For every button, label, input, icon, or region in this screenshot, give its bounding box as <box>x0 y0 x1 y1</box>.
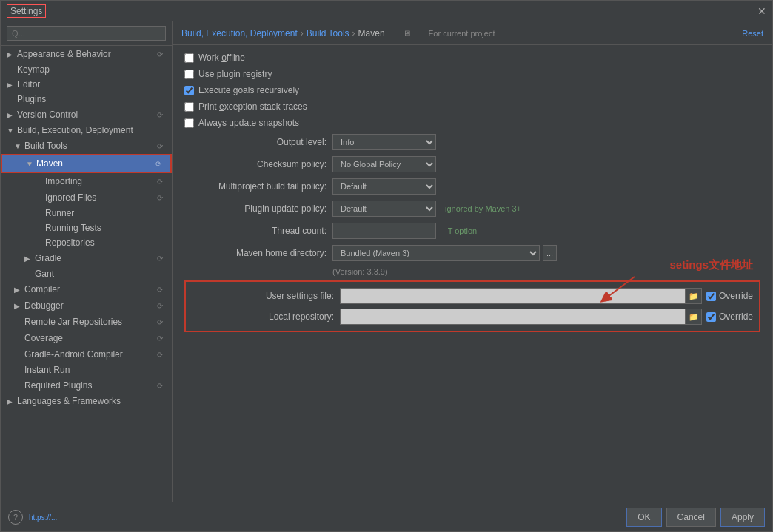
maven-home-row: Maven home directory: Bundled (Maven 3) … <box>184 245 760 261</box>
sidebar-item-compiler[interactable]: ▶ Compiler ⟳ <box>1 281 172 297</box>
settings-content-wrap: Work offline Use plugin registry Execute… <box>173 45 772 502</box>
sidebar-item-keymap[interactable]: Keymap <box>1 62 172 77</box>
ok-button[interactable]: OK <box>626 508 661 527</box>
sidebar-item-build-tools[interactable]: ▼ Build Tools ⟳ <box>1 138 172 154</box>
thread-count-input[interactable] <box>332 223 436 239</box>
sidebar-item-gradle-android[interactable]: Gradle-Android Compiler ⟳ <box>1 346 172 363</box>
sync-icon: ⟳ <box>154 48 166 60</box>
window-title: Settings <box>7 4 46 18</box>
sidebar-item-editor[interactable]: ▶ Editor <box>1 77 172 92</box>
breadcrumb-project-text: For current project <box>429 29 495 38</box>
multiproject-select[interactable]: Default Fail at end Never fail <box>332 178 436 195</box>
sidebar-item-label: Ignored Files <box>45 192 96 203</box>
plugin-registry-row: Use plugin registry <box>184 69 760 79</box>
settings-content: Work offline Use plugin registry Execute… <box>173 45 772 340</box>
settings-window: Settings ✕ ▶ Appearance & Behavior ⟳ Key… <box>0 0 773 532</box>
sidebar-item-label: Gant <box>35 269 54 279</box>
checksum-policy-select[interactable]: No Global Policy Strict Warn <box>332 156 436 172</box>
sidebar-item-runner[interactable]: Runner <box>1 206 172 220</box>
sidebar: ▶ Appearance & Behavior ⟳ Keymap ▶ Edito… <box>1 21 173 502</box>
sidebar-item-version-control[interactable]: ▶ Version Control ⟳ <box>1 107 172 123</box>
sidebar-item-importing[interactable]: Importing ⟳ <box>1 173 172 189</box>
sidebar-item-appearance[interactable]: ▶ Appearance & Behavior ⟳ <box>1 46 172 62</box>
sidebar-item-ignored-files[interactable]: Ignored Files ⟳ <box>1 189 172 206</box>
user-settings-file-input[interactable] <box>340 288 686 304</box>
plugin-update-select[interactable]: Default Always Never <box>332 201 436 217</box>
sidebar-item-repositories[interactable]: Repositories <box>1 235 172 250</box>
reset-link[interactable]: Reset <box>742 29 763 38</box>
sidebar-item-required-plugins[interactable]: Required Plugins ⟳ <box>1 377 172 394</box>
local-repository-input[interactable] <box>340 309 686 325</box>
sidebar-item-label: Repositories <box>45 238 95 248</box>
maven-home-control: Bundled (Maven 3) ... <box>332 245 557 261</box>
output-level-control: Info Debug Warning <box>332 134 436 150</box>
sidebar-item-maven[interactable]: ▼ Maven ⟳ <box>1 154 172 173</box>
maven-home-browse-button[interactable]: ... <box>543 245 557 261</box>
work-offline-checkbox[interactable] <box>184 53 194 63</box>
arrow-icon: ▶ <box>14 302 24 310</box>
sidebar-item-gant[interactable]: Gant <box>1 266 172 281</box>
print-exception-row: Print exception stack traces <box>184 101 760 112</box>
maven-version-text: (Version: 3.3.9) <box>332 267 760 276</box>
arrow-icon: ▶ <box>7 111 17 119</box>
plugin-update-control: Default Always Never ignored by Maven 3+ <box>332 201 521 217</box>
execute-goals-checkbox[interactable] <box>184 86 194 95</box>
sidebar-item-label: Runner <box>45 208 74 218</box>
sidebar-item-label: Build Tools <box>24 141 67 151</box>
close-button[interactable]: ✕ <box>757 5 766 17</box>
search-input[interactable] <box>7 26 166 41</box>
print-exception-checkbox[interactable] <box>184 102 194 112</box>
arrow-icon: ▶ <box>24 255 35 263</box>
sync-icon: ⟳ <box>154 316 166 328</box>
maven-home-select[interactable]: Bundled (Maven 3) <box>332 245 540 261</box>
checksum-policy-control: No Global Policy Strict Warn <box>332 156 436 172</box>
execute-goals-row: Execute goals recursively <box>184 85 760 95</box>
plugin-update-row: Plugin update policy: Default Always Nev… <box>184 201 760 217</box>
user-settings-override-checkbox[interactable] <box>706 292 716 301</box>
sidebar-item-languages[interactable]: ▶ Languages & Frameworks <box>1 394 172 408</box>
sidebar-item-coverage[interactable]: Coverage ⟳ <box>1 330 172 346</box>
sidebar-item-label: Running Tests <box>45 223 101 233</box>
help-button[interactable]: ? <box>8 510 23 525</box>
sidebar-item-running-tests[interactable]: Running Tests <box>1 220 172 235</box>
local-repository-browse[interactable]: 📁 <box>686 309 702 325</box>
sync-icon: ⟳ <box>154 332 166 344</box>
sidebar-item-label: Debugger <box>24 300 64 311</box>
sidebar-item-plugins[interactable]: Plugins <box>1 92 172 107</box>
always-update-checkbox[interactable] <box>184 118 194 128</box>
output-level-select[interactable]: Info Debug Warning <box>332 134 436 150</box>
main-content: ▶ Appearance & Behavior ⟳ Keymap ▶ Edito… <box>1 21 772 502</box>
local-repository-override-check: Override <box>706 312 753 322</box>
sidebar-item-instant-run[interactable]: Instant Run <box>1 363 172 377</box>
sidebar-item-label: Editor <box>17 79 40 90</box>
thread-count-row: Thread count: -T option <box>184 223 760 239</box>
sidebar-item-label: Remote Jar Repositories <box>24 317 122 327</box>
checksum-policy-label: Checksum policy: <box>184 159 332 169</box>
local-repository-override-label: Override <box>719 312 753 322</box>
local-repository-override-checkbox[interactable] <box>706 312 716 322</box>
annotation-arrow-maven <box>568 336 612 340</box>
sidebar-item-remote-jar[interactable]: Remote Jar Repositories ⟳ <box>1 314 172 330</box>
sidebar-item-debugger[interactable]: ▶ Debugger ⟳ <box>1 297 172 314</box>
sidebar-tree: ▶ Appearance & Behavior ⟳ Keymap ▶ Edito… <box>1 46 172 502</box>
sidebar-item-build-exec[interactable]: ▼ Build, Execution, Deployment <box>1 123 172 138</box>
thread-count-label: Thread count: <box>184 226 332 236</box>
sync-icon: ⟳ <box>153 158 164 169</box>
plugin-registry-checkbox[interactable] <box>184 70 194 79</box>
execute-goals-label: Execute goals recursively <box>198 85 299 95</box>
always-update-label: Always update snapshots <box>198 118 299 128</box>
sync-icon: ⟳ <box>154 349 166 360</box>
breadcrumb-part1: Build, Execution, Deployment <box>181 28 298 38</box>
sidebar-item-label: Instant Run <box>24 365 70 375</box>
title-bar-left: Settings <box>7 4 46 18</box>
cancel-button[interactable]: Cancel <box>666 508 716 527</box>
breadcrumb: Build, Execution, Deployment › Build Too… <box>173 21 772 45</box>
user-settings-file-label: User settings file: <box>192 291 340 301</box>
thread-count-control: -T option <box>332 223 477 239</box>
user-settings-file-row: User settings file: 📁 Override <box>192 288 753 304</box>
user-settings-override-check: Override <box>706 291 753 301</box>
user-settings-file-browse[interactable]: 📁 <box>686 288 702 304</box>
sidebar-item-gradle[interactable]: ▶ Gradle ⟳ <box>1 250 172 266</box>
apply-button[interactable]: Apply <box>720 508 765 527</box>
sync-icon: ⟳ <box>154 380 166 391</box>
